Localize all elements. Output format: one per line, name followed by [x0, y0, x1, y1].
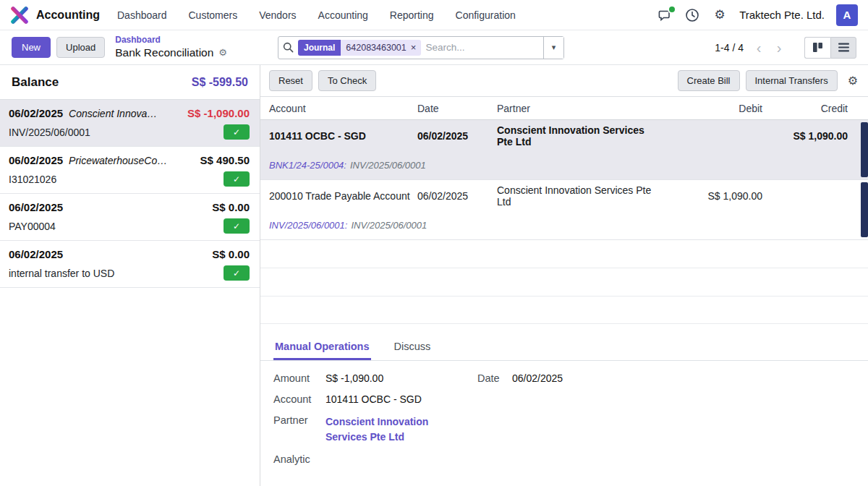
validate-button[interactable]: ✓	[224, 265, 250, 281]
actions-gear-icon[interactable]: ⚙	[218, 47, 227, 59]
note-reference-link[interactable]: INV/2025/06/0001:	[269, 220, 347, 231]
column-credit[interactable]: Credit	[762, 103, 848, 114]
messages-icon[interactable]	[657, 7, 673, 23]
line-amount: S$ 0.00	[212, 248, 250, 260]
pager-range: 1-4 / 4	[715, 42, 744, 54]
manual-operations-form: Amount S$ -1,090.00 Date 06/02/2025 Acco…	[260, 361, 868, 486]
column-debit[interactable]: Debit	[654, 103, 762, 114]
menu-accounting[interactable]: Accounting	[318, 9, 368, 21]
account-value[interactable]: 101411 OCBC - SGD	[326, 393, 855, 405]
balance-label: Balance	[12, 75, 59, 90]
line-amount: S$ -1,090.00	[187, 107, 250, 119]
search-bar: Journal 642083463001 × ▾	[278, 36, 564, 59]
cell-date[interactable]: 06/02/2025	[417, 130, 497, 142]
cell-account[interactable]: 200010 Trade Payable Account	[269, 190, 417, 202]
cell-partner[interactable]: Conscient Innovation Services Pte Ltd	[497, 124, 654, 148]
menu-reporting[interactable]: Reporting	[390, 9, 434, 21]
statement-line-3[interactable]: 06/02/2025 S$ 0.00 PAY00004 ✓	[0, 194, 260, 241]
line-partner: Conscient Innova…	[69, 108, 182, 119]
line-date: 06/02/2025	[9, 154, 63, 166]
statement-lines-panel: Balance S$ -599.50 06/02/2025 Conscient …	[0, 65, 260, 486]
check-icon: ✓	[233, 269, 240, 278]
tab-discuss[interactable]: Discuss	[393, 334, 433, 360]
page-title: Bank Reconciliation	[115, 46, 213, 59]
cell-debit[interactable]: S$ 1,090.00	[654, 190, 762, 202]
line-date: 06/02/2025	[9, 107, 63, 119]
main-menu: Dashboard Customers Vendors Accounting R…	[117, 9, 516, 21]
to-check-button[interactable]: To Check	[318, 70, 376, 91]
detail-tabs: Manual Operations Discuss	[260, 334, 868, 361]
column-partner[interactable]: Partner	[497, 103, 654, 114]
search-icon	[283, 42, 294, 53]
partner-link[interactable]: Conscient Innovation Services Pte Ltd	[326, 414, 454, 444]
chevron-right-icon: ›	[777, 40, 782, 56]
settings-gear-icon[interactable]: ⚙	[712, 7, 728, 23]
reconciliation-toolbar: Reset To Check Create Bill Internal Tran…	[260, 65, 868, 97]
cell-partner[interactable]: Conscient Innovation Services Pte Ltd	[497, 184, 654, 208]
menu-vendors[interactable]: Vendors	[259, 9, 296, 21]
search-input[interactable]	[425, 42, 539, 53]
row-scrollbar-thumb[interactable]	[861, 182, 868, 237]
toolbar-gear-icon[interactable]: ⚙	[848, 74, 858, 88]
app-name[interactable]: Accounting	[36, 9, 100, 22]
menu-dashboard[interactable]: Dashboard	[117, 9, 167, 21]
line-amount: S$ 0.00	[212, 201, 250, 213]
line-date: 06/02/2025	[9, 248, 63, 260]
check-icon: ✓	[233, 175, 240, 184]
search-facet-journal: Journal 642083463001 ×	[298, 40, 421, 56]
pager-previous-button[interactable]: ‹	[749, 38, 768, 58]
date-value[interactable]: 06/02/2025	[512, 372, 855, 384]
line-reference: PAY00004	[9, 221, 56, 232]
line-reference: internal transfer to USD	[9, 268, 114, 279]
user-avatar[interactable]: A	[836, 4, 858, 26]
create-bill-button[interactable]: Create Bill	[678, 70, 740, 91]
menu-configuration[interactable]: Configuration	[456, 9, 516, 21]
upload-button[interactable]: Upload	[56, 37, 105, 58]
line-note: BNK1/24-25/0004: INV/2025/06/0001	[260, 151, 868, 179]
chevron-left-icon: ‹	[757, 40, 762, 56]
validate-button[interactable]: ✓	[224, 124, 250, 140]
tab-manual-operations[interactable]: Manual Operations	[273, 334, 371, 360]
date-label: Date	[477, 372, 512, 384]
cell-account[interactable]: 101411 OCBC - SGD	[269, 130, 417, 142]
line-date: 06/02/2025	[9, 201, 63, 213]
internal-transfers-button[interactable]: Internal Transfers	[746, 70, 838, 91]
reset-button[interactable]: Reset	[269, 70, 312, 91]
company-name[interactable]: Traktech Pte. Ltd.	[739, 9, 825, 21]
line-reference: INV/2025/06/0001	[9, 127, 90, 138]
search-dropdown-toggle[interactable]: ▾	[543, 37, 563, 59]
row-scrollbar-thumb[interactable]	[861, 122, 868, 177]
new-button[interactable]: New	[12, 37, 51, 58]
breadcrumb-dashboard-link[interactable]: Dashboard	[115, 35, 227, 46]
column-account[interactable]: Account	[269, 103, 417, 114]
activities-clock-icon[interactable]	[684, 7, 700, 23]
note-reference-link[interactable]: BNK1/24-25/0004:	[269, 160, 346, 171]
pager-next-button[interactable]: ›	[770, 38, 788, 58]
statement-line-4[interactable]: 06/02/2025 S$ 0.00 internal transfer to …	[0, 241, 260, 288]
statement-line-1[interactable]: 06/02/2025 Conscient Innova… S$ -1,090.0…	[0, 100, 260, 147]
reconciliation-panel: Reset To Check Create Bill Internal Tran…	[260, 65, 868, 486]
messages-badge	[668, 5, 676, 14]
menu-customers[interactable]: Customers	[189, 9, 238, 21]
list-view-button[interactable]	[830, 37, 856, 59]
check-icon: ✓	[233, 128, 240, 137]
journal-line-group-2[interactable]: 200010 Trade Payable Account 06/02/2025 …	[260, 180, 868, 240]
validate-button[interactable]: ✓	[224, 218, 250, 234]
journal-line-group-1[interactable]: 101411 OCBC - SGD 06/02/2025 Conscient I…	[260, 120, 868, 180]
breadcrumb: Dashboard Bank Reconciliation ⚙	[115, 35, 227, 59]
kanban-icon	[812, 42, 823, 53]
empty-line-row	[260, 268, 868, 297]
statement-line-2[interactable]: 06/02/2025 PricewaterhouseCo… S$ 490.50 …	[0, 147, 260, 194]
balance-value: S$ -599.50	[192, 76, 248, 89]
balance-row: Balance S$ -599.50	[0, 65, 260, 100]
lines-table-header: Account Date Partner Debit Credit	[260, 97, 868, 120]
odoo-logo-icon[interactable]	[10, 6, 29, 25]
top-navbar: Accounting Dashboard Customers Vendors A…	[0, 0, 868, 30]
facet-remove-icon[interactable]: ×	[411, 43, 417, 52]
kanban-view-button[interactable]	[804, 37, 830, 59]
column-date[interactable]: Date	[417, 103, 497, 114]
cell-date[interactable]: 06/02/2025	[417, 190, 497, 202]
cell-credit[interactable]: S$ 1,090.00	[762, 130, 848, 142]
validate-button[interactable]: ✓	[224, 171, 250, 187]
check-icon: ✓	[233, 222, 240, 231]
